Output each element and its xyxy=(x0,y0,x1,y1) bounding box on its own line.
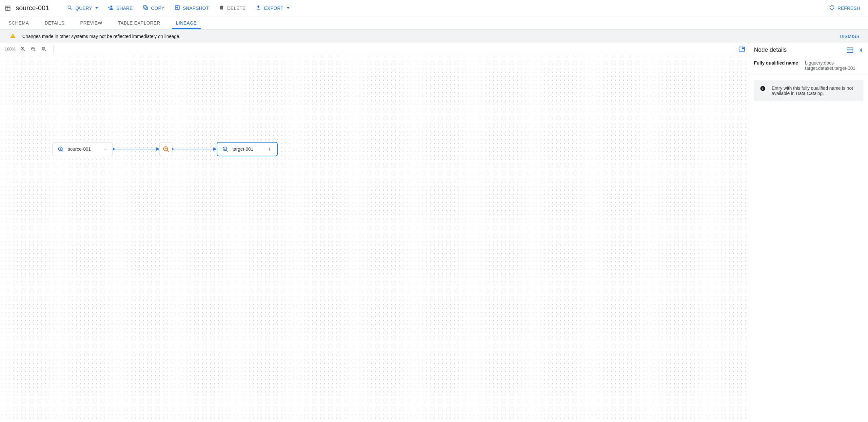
info-message: Entry with this fully qualified name is … xyxy=(754,80,863,101)
lineage-node-source[interactable]: source-001 xyxy=(53,142,113,156)
delete-button[interactable]: DELETE xyxy=(219,5,246,11)
toolbar: QUERY SHARE COPY SNAPSHOT DELETE xyxy=(67,5,289,11)
svg-line-33 xyxy=(226,150,227,151)
zoom-reset-button[interactable] xyxy=(41,46,47,52)
zoom-level: 100% xyxy=(5,46,16,52)
node-label: target-001 xyxy=(232,147,263,152)
lineage-node-target[interactable]: target-001 xyxy=(217,142,277,156)
trash-icon xyxy=(219,5,224,11)
person-add-icon xyxy=(108,5,114,11)
copy-button[interactable]: COPY xyxy=(143,5,164,11)
tab-table-explorer[interactable]: TABLE EXPLORER xyxy=(118,17,160,29)
fqn-value: bigquery:docs-target.dataset.target-001 xyxy=(805,60,863,71)
svg-rect-8 xyxy=(12,35,13,37)
svg-rect-40 xyxy=(763,88,763,90)
zoom-out-button[interactable] xyxy=(30,46,36,52)
fqn-label: Fully qualified name xyxy=(754,60,800,71)
lineage-node-transform[interactable] xyxy=(159,142,173,156)
warning-icon xyxy=(10,33,16,40)
info-banner: Changes made in other systems may not be… xyxy=(0,30,868,43)
node-details-panel: Node details Fully qualified name bigque… xyxy=(749,43,868,422)
snapshot-button[interactable]: SNAPSHOT xyxy=(175,5,209,11)
tab-schema[interactable]: SCHEMA xyxy=(8,17,29,29)
search-icon xyxy=(67,5,73,11)
svg-rect-9 xyxy=(12,37,13,37)
zoom-in-button[interactable] xyxy=(20,46,26,52)
svg-rect-20 xyxy=(742,47,744,49)
bigquery-icon xyxy=(222,146,228,152)
svg-rect-41 xyxy=(763,87,763,88)
lineage-canvas-pane: 100% xyxy=(0,43,749,422)
svg-point-0 xyxy=(68,6,71,8)
info-icon xyxy=(760,86,766,92)
collapse-icon[interactable] xyxy=(102,147,108,152)
tabs: SCHEMA DETAILS PREVIEW TABLE EXPLORER LI… xyxy=(0,17,868,30)
node-label: source-001 xyxy=(68,147,99,152)
panel-mode-button[interactable] xyxy=(846,47,854,53)
svg-line-31 xyxy=(167,151,169,152)
header: source-001 QUERY SHARE COPY SNAP xyxy=(0,0,868,17)
svg-line-1 xyxy=(70,8,72,9)
upload-icon xyxy=(255,5,261,11)
canvas-toolbar: 100% xyxy=(0,43,749,55)
banner-text: Changes made in other systems may not be… xyxy=(22,34,180,39)
panel-title: Node details xyxy=(754,46,842,54)
divider xyxy=(54,45,54,53)
chevron-down-icon xyxy=(95,7,98,9)
tab-lineage[interactable]: LINEAGE xyxy=(176,17,197,29)
divider xyxy=(733,46,733,52)
dismiss-button[interactable]: DISMISS xyxy=(840,34,860,39)
tab-preview[interactable]: PREVIEW xyxy=(80,17,102,29)
edge xyxy=(111,146,162,152)
svg-marker-26 xyxy=(213,148,217,151)
minimap-toggle-button[interactable] xyxy=(739,46,745,52)
bigquery-icon xyxy=(57,146,64,152)
panel-collapse-button[interactable] xyxy=(858,47,863,53)
share-button[interactable]: SHARE xyxy=(108,5,133,11)
svg-point-2 xyxy=(111,6,113,7)
tab-details[interactable]: DETAILS xyxy=(44,17,64,29)
expand-icon[interactable] xyxy=(267,147,272,152)
transform-icon xyxy=(162,145,169,153)
query-button[interactable]: QUERY xyxy=(67,5,98,11)
info-message-text: Entry with this fully qualified name is … xyxy=(772,86,858,96)
svg-line-28 xyxy=(62,150,63,151)
svg-line-18 xyxy=(44,50,46,51)
main: 100% xyxy=(0,43,868,422)
refresh-button[interactable]: REFRESH xyxy=(829,5,860,11)
table-icon xyxy=(5,5,11,11)
copy-icon xyxy=(143,5,149,11)
chevron-down-icon xyxy=(287,7,289,9)
svg-line-11 xyxy=(24,50,25,51)
lineage-canvas[interactable]: source-001 target-001 xyxy=(0,55,749,422)
refresh-icon xyxy=(829,5,835,11)
snapshot-icon xyxy=(175,5,180,11)
fqn-row: Fully qualified name bigquery:docs-targe… xyxy=(749,57,868,74)
page-title: source-001 xyxy=(16,4,49,12)
edge xyxy=(169,146,219,152)
export-button[interactable]: EXPORT xyxy=(255,5,289,11)
svg-line-15 xyxy=(34,50,35,51)
